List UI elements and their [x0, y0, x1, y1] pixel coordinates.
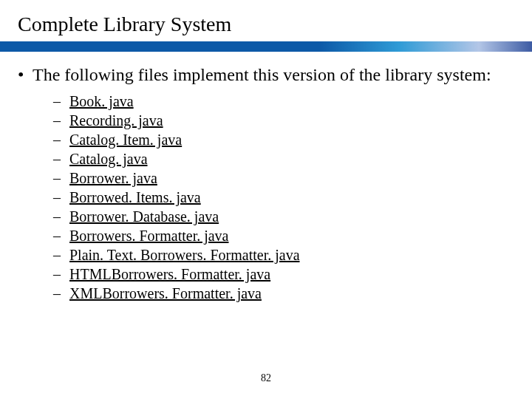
bullet-dot-icon: • — [18, 64, 33, 86]
file-link[interactable]: HTMLBorrowers. Formatter. java — [69, 265, 270, 284]
file-link[interactable]: Borrowers. Formatter. java — [69, 226, 229, 245]
file-link[interactable]: Catalog. java — [69, 149, 148, 168]
dash-icon: – — [53, 130, 69, 149]
file-link[interactable]: Borrower. Database. java — [69, 207, 219, 226]
dash-icon: – — [53, 207, 69, 226]
slide-title: Complete Library System — [18, 13, 231, 36]
dash-icon: – — [53, 149, 69, 168]
file-link[interactable]: Book. java — [69, 92, 134, 111]
dash-icon: – — [53, 265, 69, 284]
list-item: – Catalog. java — [53, 149, 514, 168]
file-link[interactable]: Recording. java — [69, 111, 163, 130]
list-item: – Borrower. Database. java — [53, 207, 514, 226]
file-link[interactable]: Plain. Text. Borrowers. Formatter. java — [69, 245, 300, 265]
list-item: – XMLBorrowers. Formatter. java — [53, 284, 514, 303]
dash-icon: – — [53, 245, 69, 265]
list-item: – Catalog. Item. java — [53, 130, 514, 149]
file-link[interactable]: Borrower. java — [69, 168, 157, 188]
list-item: – Plain. Text. Borrowers. Formatter. jav… — [53, 245, 514, 265]
page-number: 82 — [0, 372, 532, 384]
intro-text: The following files implement this versi… — [33, 64, 491, 86]
list-item: – Borrower. java — [53, 168, 514, 188]
list-item: – Recording. java — [53, 111, 514, 130]
content-area: • The following files implement this ver… — [18, 64, 514, 303]
title-divider-bar — [0, 41, 532, 52]
dash-icon: – — [53, 111, 69, 130]
file-link[interactable]: XMLBorrowers. Formatter. java — [69, 284, 262, 303]
file-link[interactable]: Catalog. Item. java — [69, 130, 182, 149]
list-item: – Book. java — [53, 92, 514, 111]
dash-icon: – — [53, 226, 69, 245]
list-item: – Borrowed. Items. java — [53, 188, 514, 207]
dash-icon: – — [53, 168, 69, 188]
file-list: – Book. java – Recording. java – Catalog… — [53, 92, 514, 303]
dash-icon: – — [53, 284, 69, 303]
intro-bullet: • The following files implement this ver… — [18, 64, 514, 86]
dash-icon: – — [53, 92, 69, 111]
list-item: – Borrowers. Formatter. java — [53, 226, 514, 245]
dash-icon: – — [53, 188, 69, 207]
file-link[interactable]: Borrowed. Items. java — [69, 188, 201, 207]
slide: Complete Library System • The following … — [0, 0, 532, 399]
list-item: – HTMLBorrowers. Formatter. java — [53, 265, 514, 284]
